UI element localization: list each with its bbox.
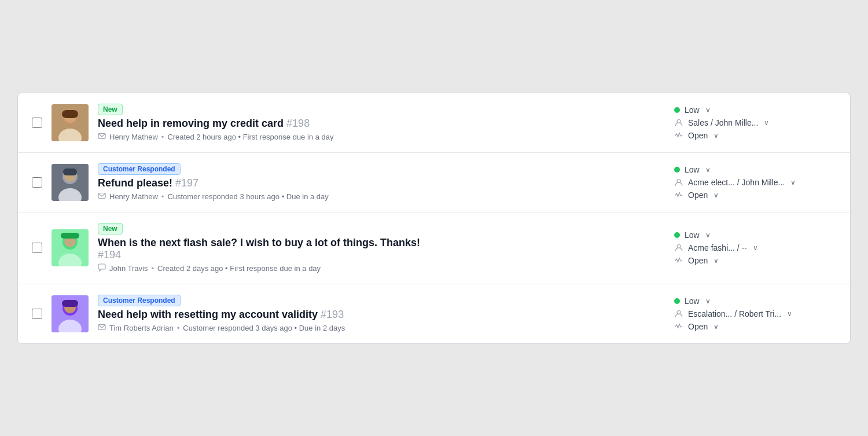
ticket-meta-time: Customer responded 3 days ago • Due in 2… [183, 324, 345, 332]
ticket-meta: Henry Mathew • Customer responded 3 hour… [98, 192, 665, 201]
status-chevron: ∨ [713, 131, 719, 140]
ticket-author: Tim Roberts Adrian [109, 324, 174, 332]
ticket-title: Need help with resetting my account vali… [98, 309, 665, 321]
status-chevron: ∨ [713, 257, 719, 265]
priority-chevron: ∨ [705, 231, 711, 239]
status-chevron: ∨ [713, 323, 719, 331]
status-label: Open [688, 322, 708, 331]
channel-icon [98, 132, 106, 142]
ticket-author: John Travis [109, 264, 148, 273]
status-row[interactable]: Open ∨ [674, 322, 719, 331]
assignee-chevron: ∨ [787, 310, 792, 318]
ticket-checkbox[interactable] [32, 243, 42, 253]
ticket-meta: Henry Mathew • Created 2 hours ago • Fir… [98, 132, 665, 142]
assignee-icon [674, 243, 683, 252]
status-row[interactable]: Open ∨ [674, 256, 719, 265]
ticket-avatar [52, 104, 89, 141]
ticket-meta-time: Created 2 days ago • First response due … [157, 264, 321, 273]
ticket-avatar [52, 229, 89, 266]
assignee-chevron: ∨ [764, 119, 769, 127]
ticket-title: Need help in removing my credit card #19… [98, 118, 665, 130]
status-row[interactable]: Open ∨ [674, 190, 719, 200]
ticket-badge-row: Customer Responded [98, 163, 665, 175]
ticket-main: Customer Responded Need help with resett… [98, 295, 665, 333]
ticket-actions: Low ∨ Acme fashi... / -- ∨ Open ∨ [674, 230, 836, 265]
assignee-label: Sales / John Mille... [688, 118, 758, 127]
priority-label: Low [685, 165, 700, 174]
ticket-row: Customer Responded Need help with resett… [18, 284, 850, 343]
assignee-chevron: ∨ [790, 178, 796, 186]
status-icon [674, 322, 683, 331]
ticket-row: New Need help in removing my credit card… [18, 93, 850, 153]
status-label: Open [688, 190, 708, 200]
ticket-author: Henry Mathew [109, 133, 158, 141]
priority-dot [674, 167, 680, 173]
status-row[interactable]: Open ∨ [674, 131, 719, 140]
status-label: Open [688, 256, 708, 265]
status-label: Open [688, 131, 708, 140]
ticket-meta: Tim Roberts Adrian • Customer responded … [98, 323, 665, 333]
channel-icon [98, 192, 106, 201]
assignee-chevron: ∨ [753, 244, 758, 252]
status-icon [674, 131, 683, 140]
priority-dot [674, 232, 680, 238]
ticket-badge-row: Customer Responded [98, 295, 665, 306]
assignee-icon [674, 118, 683, 127]
assignee-icon [674, 309, 683, 318]
priority-row[interactable]: Low ∨ [674, 230, 711, 240]
channel-icon [98, 263, 106, 273]
ticket-checkbox[interactable] [32, 309, 42, 319]
svg-rect-19 [98, 264, 105, 269]
priority-dot [674, 107, 680, 113]
priority-row[interactable]: Low ∨ [674, 105, 711, 115]
ticket-avatar [52, 295, 89, 332]
priority-chevron: ∨ [705, 297, 711, 305]
badge-customer-responded: Customer Responded [98, 163, 181, 175]
priority-chevron: ∨ [705, 106, 711, 114]
priority-label: Low [685, 230, 700, 240]
channel-icon [98, 323, 106, 333]
ticket-title: When is the next flash sale? I wish to b… [98, 237, 665, 261]
assignee-row[interactable]: Escalation... / Robert Tri... ∨ [674, 309, 792, 318]
assignee-row[interactable]: Sales / John Mille... ∨ [674, 118, 769, 127]
priority-row[interactable]: Low ∨ [674, 165, 711, 174]
status-chevron: ∨ [713, 191, 719, 199]
svg-rect-11 [63, 168, 77, 175]
assignee-label: Escalation... / Robert Tri... [688, 309, 781, 318]
ticket-author: Henry Mathew [109, 192, 158, 201]
assignee-label: Acme fashi... / -- [688, 243, 747, 252]
ticket-main: New Need help in removing my credit card… [98, 104, 665, 142]
status-icon [674, 190, 683, 200]
ticket-main: Customer Responded Refund please! #197 H… [98, 163, 665, 201]
assignee-icon [674, 178, 683, 187]
meta-separator: • [151, 264, 154, 273]
meta-separator: • [177, 324, 180, 332]
ticket-main: New When is the next flash sale? I wish … [98, 223, 665, 273]
ticket-row: Customer Responded Refund please! #197 H… [18, 153, 850, 212]
ticket-checkbox[interactable] [32, 177, 42, 188]
badge-customer-responded: Customer Responded [98, 295, 181, 306]
meta-separator: • [161, 133, 164, 141]
ticket-actions: Low ∨ Escalation... / Robert Tri... ∨ Op… [674, 296, 836, 331]
svg-rect-4 [62, 110, 78, 118]
meta-separator: • [161, 192, 164, 201]
ticket-actions: Low ∨ Acme elect... / John Mille... ∨ Op… [674, 165, 836, 200]
assignee-row[interactable]: Acme elect... / John Mille... ∨ [674, 178, 796, 187]
svg-rect-18 [61, 233, 79, 239]
assignee-row[interactable]: Acme fashi... / -- ∨ [674, 243, 758, 252]
ticket-badge-row: New [98, 223, 665, 235]
ticket-list: New Need help in removing my credit card… [17, 93, 851, 344]
ticket-badge-row: New [98, 104, 665, 115]
ticket-row: New When is the next flash sale? I wish … [18, 212, 850, 284]
status-icon [674, 256, 683, 265]
priority-row[interactable]: Low ∨ [674, 296, 711, 306]
ticket-meta: John Travis • Created 2 days ago • First… [98, 263, 665, 273]
priority-dot [674, 298, 680, 304]
svg-rect-25 [62, 300, 78, 307]
ticket-actions: Low ∨ Sales / John Mille... ∨ Open ∨ [674, 105, 836, 140]
ticket-checkbox[interactable] [32, 118, 42, 128]
ticket-meta-time: Customer responded 3 hours ago • Due in … [167, 192, 328, 201]
badge-new: New [98, 104, 123, 115]
badge-new: New [98, 223, 123, 235]
ticket-meta-time: Created 2 hours ago • First response due… [167, 133, 333, 141]
